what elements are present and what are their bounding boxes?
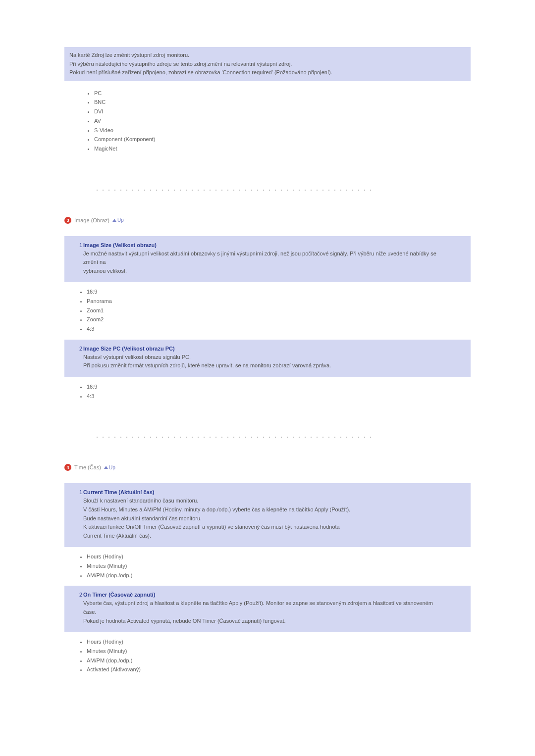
image-size-pc-box: 2. Image Size PC (Velikost obrazu PC) Na… bbox=[64, 340, 471, 377]
item-desc: Při pokusu změnit formát vstupních zdroj… bbox=[83, 362, 331, 368]
list-item: Hours (Hodiny) bbox=[87, 637, 471, 647]
item-desc: vybranou velikost. bbox=[83, 268, 127, 274]
list-item: 4:3 bbox=[87, 324, 471, 334]
list-item: Component (Komponent) bbox=[94, 135, 471, 144]
item-title: On Timer (Časovač zapnutí) bbox=[83, 592, 447, 598]
section-divider bbox=[94, 435, 372, 439]
item-number: 1. bbox=[72, 242, 82, 248]
triangle-up-icon bbox=[104, 466, 108, 469]
intro-line3: Pokud není příslušné zařízení připojeno,… bbox=[69, 68, 466, 77]
badge-icon: 4 bbox=[64, 464, 71, 471]
item-desc: Slouží k nastavení standardního času mon… bbox=[83, 498, 198, 504]
list-item: Hours (Hodiny) bbox=[87, 552, 471, 561]
source-list: PC BNC DVI AV S-Video Component (Kompone… bbox=[64, 89, 471, 153]
badge-icon: 3 bbox=[64, 217, 71, 224]
list-item: AM/PM (dop./odp.) bbox=[87, 571, 471, 580]
up-label: Up bbox=[117, 217, 124, 223]
item-number: 1. bbox=[72, 489, 82, 495]
list-item: 4:3 bbox=[87, 392, 471, 401]
list-item: 16:9 bbox=[87, 382, 471, 392]
list-item: Minutes (Minuty) bbox=[87, 561, 471, 571]
item-desc: Je možné nastavit výstupní velikost aktu… bbox=[83, 251, 436, 265]
current-time-options: Hours (Hodiny) Minutes (Minuty) AM/PM (d… bbox=[64, 552, 471, 580]
section-time-header: 4 Time (Čas) Up bbox=[64, 464, 471, 471]
item-desc: Current Time (Aktuální čas). bbox=[83, 533, 151, 539]
item-desc: Bude nastaven aktuální standardní čas mo… bbox=[83, 515, 202, 521]
intro-line1: Na kartě Zdroj lze změnit výstupní zdroj… bbox=[69, 51, 466, 60]
image-size-box: 1. Image Size (Velikost obrazu) Je možné… bbox=[64, 236, 471, 283]
item-title: Image Size (Velikost obrazu) bbox=[83, 242, 447, 248]
up-link[interactable]: Up bbox=[112, 217, 124, 223]
list-item: DVI bbox=[94, 107, 471, 116]
list-item: AM/PM (dop./odp.) bbox=[87, 656, 471, 665]
item-number: 2. bbox=[72, 346, 82, 352]
source-intro: Na kartě Zdroj lze změnit výstupní zdroj… bbox=[64, 47, 471, 81]
on-timer-box: 2. On Timer (Časovač zapnutí) Vyberte ča… bbox=[64, 586, 471, 632]
up-link[interactable]: Up bbox=[104, 465, 115, 470]
item-desc: K aktivaci funkce On/Off Timer (Časovač … bbox=[83, 524, 340, 530]
image-size-pc-options: 16:9 4:3 bbox=[64, 382, 471, 401]
triangle-up-icon bbox=[112, 219, 116, 222]
item-desc: Vyberte čas, výstupní zdroj a hlasitost … bbox=[83, 600, 433, 615]
item-desc: V části Hours, Minutes a AM/PM (Hodiny, … bbox=[83, 506, 350, 512]
intro-line2: Při výběru následujícího výstupního zdro… bbox=[69, 60, 466, 69]
item-desc: Pokud je hodnota Activated vypnutá, nebu… bbox=[83, 618, 285, 624]
current-time-box: 1. Current Time (Aktuální čas) Slouží k … bbox=[64, 483, 471, 547]
list-item: PC bbox=[94, 89, 471, 98]
list-item: Zoom1 bbox=[87, 306, 471, 315]
list-item: BNC bbox=[94, 98, 471, 107]
item-title: Image Size PC (Velikost obrazu PC) bbox=[83, 346, 447, 352]
item-title: Current Time (Aktuální čas) bbox=[83, 489, 447, 495]
list-item: Activated (Aktivovaný) bbox=[87, 665, 471, 674]
item-number: 2. bbox=[72, 592, 82, 598]
section-title: Time (Čas) bbox=[74, 464, 101, 470]
list-item: Zoom2 bbox=[87, 315, 471, 324]
list-item: AV bbox=[94, 116, 471, 126]
list-item: S-Video bbox=[94, 126, 471, 135]
section-divider bbox=[94, 188, 372, 192]
section-title: Image (Obraz) bbox=[74, 217, 109, 223]
up-label: Up bbox=[109, 465, 115, 470]
list-item: Panorama bbox=[87, 297, 471, 306]
item-desc: Nastaví výstupní velikost obrazu signálu… bbox=[83, 354, 191, 360]
section-image-header: 3 Image (Obraz) Up bbox=[64, 217, 471, 224]
list-item: MagicNet bbox=[94, 144, 471, 153]
on-timer-options: Hours (Hodiny) Minutes (Minuty) AM/PM (d… bbox=[64, 637, 471, 674]
list-item: 16:9 bbox=[87, 287, 471, 297]
image-size-options: 16:9 Panorama Zoom1 Zoom2 4:3 bbox=[64, 287, 471, 333]
list-item: Minutes (Minuty) bbox=[87, 647, 471, 656]
